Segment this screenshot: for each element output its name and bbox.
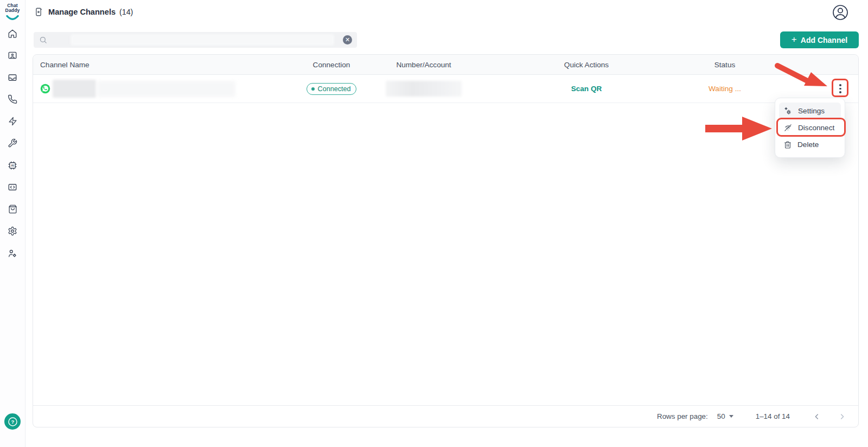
column-header-number-account: Number/Account (369, 61, 478, 69)
topbar: Manage Channels (14) (25, 0, 868, 24)
row-status-text: Waiting ... (709, 85, 741, 93)
search-icon (39, 36, 47, 44)
rows-per-page-value: 50 (717, 412, 725, 420)
menu-item-disconnect[interactable]: Disconnect (779, 119, 841, 136)
search-clear-button[interactable]: ✕ (343, 35, 352, 44)
chatdaddy-logo[interactable]: Chat Daddy (0, 0, 25, 23)
pagination-range: 1–14 of 14 (756, 412, 790, 420)
user-avatar-button[interactable] (832, 4, 848, 21)
kebab-dot (839, 91, 841, 93)
logo-smile-arc (5, 15, 20, 21)
sidebar: Chat Daddy AI (0, 0, 25, 447)
trash-icon (783, 141, 792, 149)
sidebar-item-settings[interactable] (8, 227, 17, 237)
sidebar-item-integrations[interactable] (8, 183, 17, 193)
column-header-quick-actions: Quick Actions (478, 61, 695, 69)
menu-item-label: Delete (797, 141, 819, 149)
add-channel-button[interactable]: + Add Channel (780, 31, 859, 48)
signal-slash-icon (783, 123, 793, 132)
sidebar-item-automation[interactable] (8, 118, 17, 127)
table-footer: Rows per page: 50 1–14 of 14 (33, 405, 858, 427)
menu-item-settings[interactable]: Settings (779, 103, 841, 119)
next-page-button[interactable] (835, 411, 848, 422)
search-bar: ✕ (34, 32, 357, 48)
lightning-icon (8, 117, 17, 128)
menu-item-label: Disconnect (798, 124, 834, 132)
whatsapp-icon (40, 84, 50, 94)
phone-icon (8, 94, 17, 106)
chevron-right-icon (838, 412, 846, 421)
sidebar-nav: AI (0, 23, 25, 259)
channel-name-redacted (53, 80, 96, 98)
search-input[interactable] (47, 32, 343, 48)
connection-status-badge: Connected (307, 83, 357, 95)
previous-page-button[interactable] (810, 411, 824, 422)
sidebar-item-ai[interactable]: AI (8, 162, 17, 171)
contacts-icon (8, 50, 17, 62)
menu-item-delete[interactable]: Delete (779, 136, 841, 153)
svg-text:?: ? (11, 418, 14, 424)
page-title: Manage Channels (48, 8, 116, 16)
row-actions-kebab-button[interactable] (833, 81, 848, 97)
connected-dot-icon (311, 87, 315, 91)
row-actions-menu: Settings Disconnect Delete (775, 98, 845, 158)
kebab-dot (839, 84, 841, 86)
gears-icon (783, 106, 793, 116)
kebab-dot (839, 88, 841, 90)
channel-name-redacted-2 (97, 81, 235, 97)
menu-item-label: Settings (798, 107, 825, 115)
number-account-redacted (386, 81, 462, 97)
page-title-count: (14) (119, 8, 133, 16)
sidebar-item-contacts[interactable] (8, 52, 17, 61)
sidebar-item-inbox[interactable] (8, 74, 17, 84)
help-button[interactable]: ? (4, 413, 21, 430)
rows-per-page-label: Rows per page: (657, 412, 708, 420)
question-circle-icon: ? (8, 417, 18, 427)
table-header-row: Channel Name Connection Number/Account Q… (33, 55, 858, 75)
table-row: Connected Scan QR Waiting ... (33, 75, 858, 103)
chevron-left-icon (813, 412, 821, 421)
svg-text:AI: AI (11, 164, 14, 167)
inbox-icon (8, 73, 17, 85)
sidebar-item-calls[interactable] (8, 95, 17, 105)
user-settings-icon (8, 248, 17, 260)
scan-qr-link[interactable]: Scan QR (571, 85, 602, 93)
sidebar-item-tools[interactable] (8, 139, 17, 149)
connection-badge-label: Connected (318, 85, 351, 93)
avatar-icon (832, 4, 848, 21)
chevron-down-icon (729, 415, 733, 418)
shopping-bag-icon (8, 205, 17, 216)
channels-device-icon (34, 7, 43, 17)
sidebar-item-home[interactable] (8, 30, 17, 40)
channels-table: Channel Name Connection Number/Account Q… (33, 54, 859, 427)
column-header-status: Status (695, 61, 755, 69)
tools-icon (8, 138, 17, 150)
sidebar-item-team[interactable] (8, 250, 17, 259)
column-header-connection: Connection (293, 61, 369, 69)
code-icon (8, 182, 17, 194)
add-channel-label: Add Channel (801, 36, 847, 44)
close-icon: ✕ (345, 36, 350, 43)
logo-text-line2: Daddy (0, 8, 25, 13)
column-header-channel-name: Channel Name (33, 61, 293, 69)
home-icon (8, 29, 17, 41)
sidebar-item-shop[interactable] (8, 206, 17, 215)
rows-per-page-select[interactable]: 50 (717, 412, 733, 420)
ai-chip-icon: AI (8, 161, 17, 173)
plus-icon: + (792, 34, 797, 45)
gear-icon (8, 226, 17, 238)
